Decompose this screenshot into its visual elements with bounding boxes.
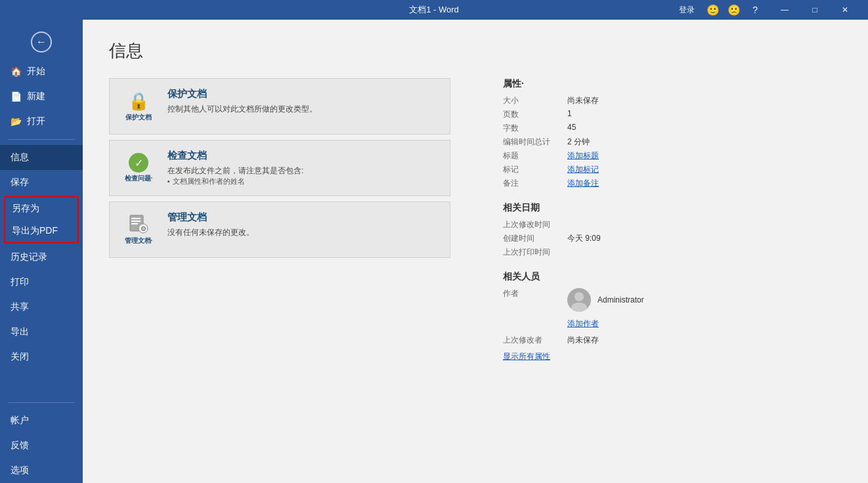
inspect-card-label: 检查问题· bbox=[125, 174, 153, 183]
prop-row-author: 作者 Administrator bbox=[503, 288, 700, 329]
protect-card-label: 保护文档 bbox=[125, 113, 152, 122]
close-button[interactable]: ✕ bbox=[830, 0, 860, 20]
svg-text:⚙: ⚙ bbox=[141, 225, 146, 232]
open-icon: 📂 bbox=[11, 116, 22, 127]
show-all-props-link[interactable]: 显示所有属性 bbox=[503, 351, 550, 362]
prop-key-notes: 备注 bbox=[503, 178, 562, 189]
sidebar-feedback-label: 反馈 bbox=[11, 440, 29, 452]
related-dates-title: 相关日期 bbox=[503, 202, 700, 214]
add-author-row: 添加作者 bbox=[567, 317, 644, 329]
prop-value-notes[interactable]: 添加备注 bbox=[567, 178, 599, 189]
svg-rect-3 bbox=[131, 223, 138, 224]
author-info: Administrator 添加作者 bbox=[567, 288, 644, 329]
prop-key-tags: 标记 bbox=[503, 164, 562, 175]
window-controls: — □ ✕ bbox=[770, 0, 860, 20]
manage-card[interactable]: ⚙ 管理文档· 管理文档 没有任何未保存的更改。 bbox=[109, 201, 450, 258]
inspect-card-title: 检查文档 bbox=[167, 150, 303, 162]
svg-rect-2 bbox=[131, 220, 141, 222]
prop-row-size: 大小 尚未保存 bbox=[503, 95, 700, 106]
sidebar-save-label: 保存 bbox=[11, 177, 29, 188]
properties-table: 大小 尚未保存 页数 1 字数 45 编辑时间总计 2 分钟 bbox=[503, 95, 700, 189]
prop-key-created: 创建时间 bbox=[503, 233, 562, 244]
manage-card-content: 管理文档 没有任何未保存的更改。 bbox=[167, 211, 254, 238]
author-row: Administrator bbox=[567, 288, 644, 312]
title-bar: 文档1 - Word 登录 🙂 🙁 ? — □ ✕ bbox=[0, 0, 868, 20]
prop-row-showallprops: 显示所有属性 bbox=[503, 351, 700, 362]
sidebar-item-account[interactable]: 帐户 bbox=[0, 408, 83, 433]
cards-section: 🔒 保护文档 保护文档 控制其他人可以对此文档所做的更改类型。 bbox=[109, 78, 450, 258]
avatar bbox=[567, 288, 591, 312]
sidebar-exportpdf-label: 导出为PDF bbox=[12, 225, 58, 237]
prop-value-title[interactable]: 添加标题 bbox=[567, 150, 599, 161]
sidebar-item-feedback[interactable]: 反馈 bbox=[0, 433, 83, 458]
check-circle-icon: ✓ bbox=[129, 153, 148, 173]
prop-value-tags[interactable]: 添加标记 bbox=[567, 164, 599, 175]
sidebar-item-close[interactable]: 关闭 bbox=[0, 345, 83, 369]
sidebar-history-label: 历史记录 bbox=[11, 251, 47, 263]
prop-key-lastmodifier: 上次修改者 bbox=[503, 335, 562, 346]
prop-value-lastmodifier: 尚未保存 bbox=[567, 335, 599, 346]
sidebar-close-label: 关闭 bbox=[11, 351, 29, 363]
sidebar-item-exportpdf[interactable]: 导出为PDF bbox=[5, 220, 77, 242]
author-name: Administrator bbox=[597, 295, 644, 304]
prop-value-created: 今天 9:09 bbox=[567, 233, 601, 244]
sidebar-home-label: 开始 bbox=[27, 66, 45, 77]
help-button[interactable]: ? bbox=[749, 3, 762, 16]
sidebar-item-share[interactable]: 共享 bbox=[0, 295, 83, 320]
manage-card-label: 管理文档· bbox=[125, 236, 153, 245]
sidebar-item-save[interactable]: 保存 bbox=[0, 170, 83, 195]
protect-card[interactable]: 🔒 保护文档 保护文档 控制其他人可以对此文档所做的更改类型。 bbox=[109, 78, 450, 135]
prop-value-pages: 1 bbox=[567, 109, 572, 118]
page-title: 信息 bbox=[109, 39, 842, 62]
sidebar-item-export[interactable]: 导出 bbox=[0, 320, 83, 345]
sidebar-print-label: 打印 bbox=[11, 276, 29, 288]
prop-row-edittime: 编辑时间总计 2 分钟 bbox=[503, 136, 700, 148]
sidebar-item-home[interactable]: 🏠 开始 bbox=[0, 59, 83, 84]
sidebar-divider-1 bbox=[8, 139, 75, 140]
inspect-card-subitem: ▪文档属性和作者的姓名 bbox=[167, 177, 303, 186]
cards-column: 🔒 保护文档 保护文档 控制其他人可以对此文档所做的更改类型。 bbox=[109, 78, 450, 375]
new-icon: 📄 bbox=[11, 91, 22, 102]
related-people-title: 相关人员 bbox=[503, 271, 700, 283]
sidebar-options-label: 选项 bbox=[11, 465, 29, 476]
prop-row-pages: 页数 1 bbox=[503, 109, 700, 120]
sidebar-new-label: 新建 bbox=[27, 91, 45, 102]
inspect-card-desc: 在发布此文件之前，请注意其是否包含: bbox=[167, 165, 303, 177]
inspect-card[interactable]: ✓ 检查问题· 检查文档 在发布此文件之前，请注意其是否包含: ▪文档属性和作者… bbox=[109, 140, 450, 196]
prop-value-edittime: 2 分钟 bbox=[567, 136, 590, 148]
back-button[interactable]: ← bbox=[0, 25, 83, 59]
sidebar-item-print[interactable]: 打印 bbox=[0, 270, 83, 295]
related-dates-table: 上次修改时间 创建时间 今天 9:09 上次打印时间 bbox=[503, 219, 700, 258]
smiley-happy-icon: 🙂 bbox=[706, 4, 720, 16]
restore-button[interactable]: □ bbox=[800, 0, 830, 20]
sidebar: ← 🏠 开始 📄 新建 📂 打开 信息 保存 另存为 导出为PDF bbox=[0, 20, 83, 483]
add-author-label[interactable]: 添加作者 bbox=[567, 319, 599, 328]
sidebar-divider-2 bbox=[8, 402, 75, 403]
properties-title: 属性· bbox=[503, 78, 700, 90]
sidebar-item-new[interactable]: 📄 新建 bbox=[0, 84, 83, 109]
sidebar-export-label: 导出 bbox=[11, 326, 29, 338]
svg-point-7 bbox=[571, 303, 587, 312]
manage-doc-icon: ⚙ bbox=[128, 214, 149, 235]
sidebar-saveas-label: 另存为 bbox=[12, 203, 39, 215]
minimize-button[interactable]: — bbox=[770, 0, 800, 20]
sidebar-highlighted-group: 另存为 导出为PDF bbox=[4, 196, 79, 243]
window-title: 文档1 - Word bbox=[409, 4, 459, 16]
prop-key-author: 作者 bbox=[503, 288, 562, 299]
protect-card-title: 保护文档 bbox=[167, 88, 317, 100]
prop-row-title: 标题 添加标题 bbox=[503, 150, 700, 161]
sidebar-item-info[interactable]: 信息 bbox=[0, 145, 83, 170]
sidebar-info-label: 信息 bbox=[11, 152, 29, 163]
prop-key-words: 字数 bbox=[503, 123, 562, 134]
sidebar-item-open[interactable]: 📂 打开 bbox=[0, 109, 83, 134]
protect-card-desc: 控制其他人可以对此文档所做的更改类型。 bbox=[167, 103, 317, 115]
home-icon: 🏠 bbox=[11, 66, 22, 77]
sidebar-item-options[interactable]: 选项 bbox=[0, 458, 83, 483]
protect-icon-box: 🔒 保护文档 bbox=[120, 88, 157, 125]
login-button[interactable]: 登录 bbox=[675, 3, 699, 17]
sidebar-item-history[interactable]: 历史记录 bbox=[0, 245, 83, 270]
prop-key-edittime: 编辑时间总计 bbox=[503, 136, 562, 148]
prop-row-lastmodifier: 上次修改者 尚未保存 bbox=[503, 335, 700, 346]
manage-card-desc: 没有任何未保存的更改。 bbox=[167, 226, 254, 238]
sidebar-item-saveas[interactable]: 另存为 bbox=[5, 198, 77, 220]
